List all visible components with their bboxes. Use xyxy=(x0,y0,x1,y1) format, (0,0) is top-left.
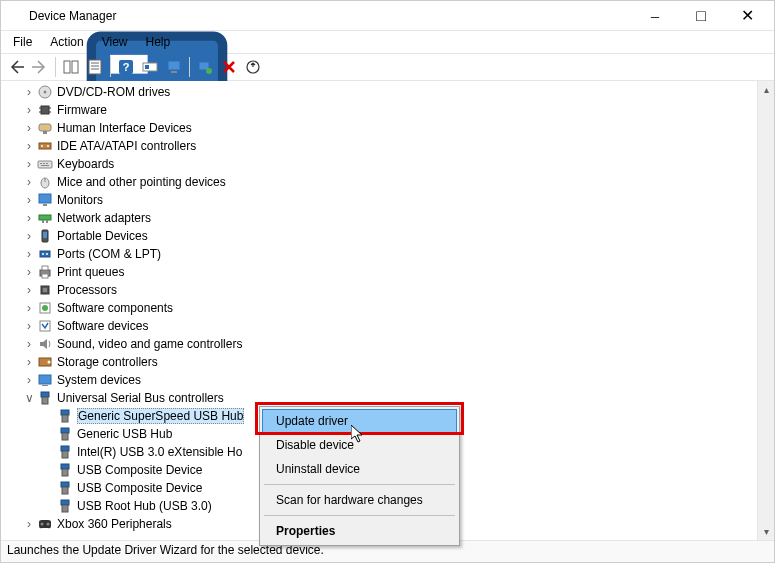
tree-item-label: Generic USB Hub xyxy=(77,427,172,441)
tree-item-label: USB Composite Device xyxy=(77,463,202,477)
maximize-button[interactable]: □ xyxy=(678,2,724,30)
tree-item[interactable]: ›Print queues xyxy=(3,263,774,281)
ctx-disable-device[interactable]: Disable device xyxy=(262,433,457,457)
tree-item-label: Storage controllers xyxy=(57,355,158,369)
expand-icon[interactable]: › xyxy=(21,283,37,297)
ctx-uninstall-device[interactable]: Uninstall device xyxy=(262,457,457,481)
usb-icon xyxy=(57,426,73,442)
monitor-icon xyxy=(37,192,53,208)
toolbar-forward-button[interactable] xyxy=(29,56,51,78)
swd-icon xyxy=(37,318,53,334)
toolbar-separator xyxy=(189,57,190,77)
tree-item-label: Processors xyxy=(57,283,117,297)
tree-item-label: Software components xyxy=(57,301,173,315)
expand-icon[interactable]: › xyxy=(21,301,37,315)
collapse-icon[interactable]: ∨ xyxy=(21,391,37,405)
expand-icon[interactable]: › xyxy=(21,193,37,207)
port-icon xyxy=(37,246,53,262)
tree-item-label: Universal Serial Bus controllers xyxy=(57,391,224,405)
toolbar-showhide-button[interactable] xyxy=(60,56,82,78)
sound-icon xyxy=(37,336,53,352)
tree-item-label: IDE ATA/ATAPI controllers xyxy=(57,139,196,153)
vertical-scrollbar[interactable]: ▴ ▾ xyxy=(757,81,774,540)
tree-item[interactable]: ›Monitors xyxy=(3,191,774,209)
tree-item-label: Monitors xyxy=(57,193,103,207)
expand-icon[interactable]: › xyxy=(21,355,37,369)
menu-help[interactable]: Help xyxy=(138,33,179,51)
tree-item-label: USB Root Hub (USB 3.0) xyxy=(77,499,212,513)
menu-file[interactable]: File xyxy=(5,33,40,51)
toolbar-updatedriver-button[interactable] xyxy=(242,56,264,78)
ctx-separator xyxy=(264,515,455,516)
expand-icon[interactable]: › xyxy=(21,517,37,531)
expand-icon[interactable]: › xyxy=(21,265,37,279)
tree-item[interactable]: ›Sound, video and game controllers xyxy=(3,335,774,353)
minimize-button[interactable]: – xyxy=(632,2,678,30)
tree-item[interactable]: ›Ports (COM & LPT) xyxy=(3,245,774,263)
toolbar-back-button[interactable] xyxy=(5,56,27,78)
expand-icon[interactable]: › xyxy=(21,229,37,243)
toolbar-action-button[interactable] xyxy=(139,56,161,78)
ctx-properties[interactable]: Properties xyxy=(262,519,457,543)
menu-action[interactable]: Action xyxy=(42,33,91,51)
toolbar-properties-button[interactable] xyxy=(84,56,106,78)
chip-icon xyxy=(37,102,53,118)
titlebar: Device Manager – □ ✕ xyxy=(1,1,774,31)
expand-icon[interactable]: › xyxy=(21,121,37,135)
tree-item[interactable]: ›IDE ATA/ATAPI controllers xyxy=(3,137,774,155)
expand-icon[interactable]: › xyxy=(21,175,37,189)
tree-item[interactable]: ›Portable Devices xyxy=(3,227,774,245)
expand-icon[interactable]: › xyxy=(21,211,37,225)
expand-icon[interactable]: › xyxy=(21,85,37,99)
tree-item[interactable]: ›Firmware xyxy=(3,101,774,119)
usb-icon xyxy=(57,498,73,514)
toolbar-help-button[interactable] xyxy=(115,56,137,78)
disc-icon xyxy=(37,84,53,100)
toolbar-computer-button[interactable] xyxy=(163,56,185,78)
network-icon xyxy=(37,210,53,226)
toolbar-separator xyxy=(55,57,56,77)
toolbar-uninstall-button[interactable] xyxy=(218,56,240,78)
scroll-down-button[interactable]: ▾ xyxy=(758,523,774,540)
portable-icon xyxy=(37,228,53,244)
tree-item[interactable]: ›Keyboards xyxy=(3,155,774,173)
window-title: Device Manager xyxy=(29,9,116,23)
expand-icon[interactable]: › xyxy=(21,373,37,387)
hid-icon xyxy=(37,120,53,136)
tree-item-label: System devices xyxy=(57,373,141,387)
usb-icon xyxy=(57,480,73,496)
expand-icon[interactable]: › xyxy=(21,157,37,171)
tree-item[interactable]: ∨Universal Serial Bus controllers xyxy=(3,389,774,407)
close-button[interactable]: ✕ xyxy=(724,2,770,30)
expand-icon[interactable]: › xyxy=(21,247,37,261)
expand-icon[interactable]: › xyxy=(21,337,37,351)
cpu-icon xyxy=(37,282,53,298)
tree-item-label: Print queues xyxy=(57,265,124,279)
tree-item-label: Generic SuperSpeed USB Hub xyxy=(77,408,244,424)
toolbar xyxy=(1,53,774,81)
toolbar-scan-button[interactable] xyxy=(194,56,216,78)
tree-item[interactable]: ›DVD/CD-ROM drives xyxy=(3,83,774,101)
scroll-up-button[interactable]: ▴ xyxy=(758,81,774,98)
ctx-scan-hardware[interactable]: Scan for hardware changes xyxy=(262,488,457,512)
tree-item[interactable]: ›Software components xyxy=(3,299,774,317)
tree-item-label: Sound, video and game controllers xyxy=(57,337,242,351)
swc-icon xyxy=(37,300,53,316)
expand-icon[interactable]: › xyxy=(21,139,37,153)
tree-item[interactable]: ›Human Interface Devices xyxy=(3,119,774,137)
tree-item[interactable]: ›Software devices xyxy=(3,317,774,335)
tree-item[interactable]: ›Processors xyxy=(3,281,774,299)
expand-icon[interactable]: › xyxy=(21,103,37,117)
tree-item[interactable]: ›Mice and other pointing devices xyxy=(3,173,774,191)
context-menu: Update driver Disable device Uninstall d… xyxy=(259,406,460,546)
ctx-separator xyxy=(264,484,455,485)
expand-icon[interactable]: › xyxy=(21,319,37,333)
tree-item[interactable]: ›Storage controllers xyxy=(3,353,774,371)
menu-view[interactable]: View xyxy=(94,33,136,51)
keyboard-icon xyxy=(37,156,53,172)
ctx-update-driver[interactable]: Update driver xyxy=(262,409,457,433)
tree-item[interactable]: ›System devices xyxy=(3,371,774,389)
tree-item[interactable]: ›Network adapters xyxy=(3,209,774,227)
tree-item-label: Software devices xyxy=(57,319,148,333)
tree-item-label: Keyboards xyxy=(57,157,114,171)
